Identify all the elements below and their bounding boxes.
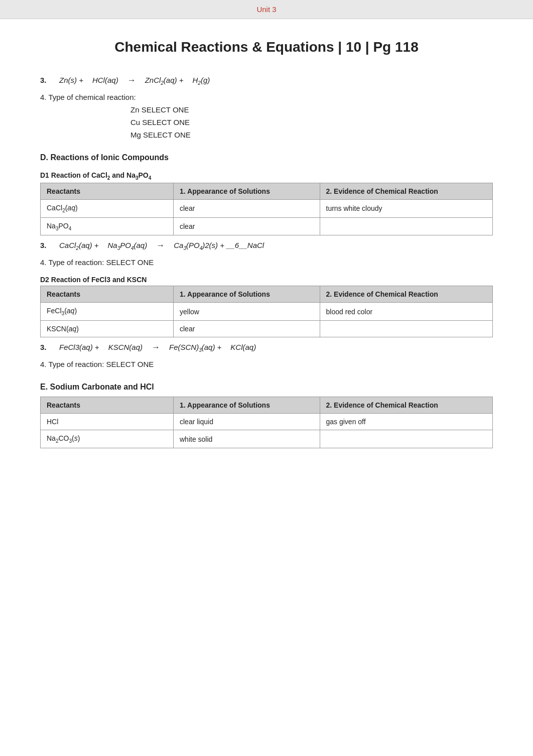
main-content: Chemical Reactions & Equations | 10 | Pg… [0, 19, 533, 483]
d2-type-reaction: 4. Type of reaction: SELECT ONE [40, 360, 493, 368]
d1-col3-header: 2. Evidence of Chemical Reaction [320, 183, 493, 199]
d2-r2-evidence [320, 321, 493, 337]
d1-type-reaction: 4. Type of reaction: SELECT ONE [40, 258, 493, 267]
d1-eq-num: 3. [40, 241, 50, 249]
unit-label: Unit 3 [256, 5, 276, 14]
d1-r2-appearance: clear [174, 217, 320, 235]
mg-select: Mg SELECT ONE [130, 131, 493, 139]
e-col1-header: Reactants [41, 397, 174, 414]
d1-r1-evidence: turns white cloudy [320, 199, 493, 217]
d2-col3-header: 2. Evidence of Chemical Reaction [320, 286, 493, 303]
e-r1-appearance: clear liquid [174, 414, 320, 430]
d1-r1-reactant: CaCl2(aq) [41, 199, 174, 217]
d2-eq-arrow: → [152, 342, 160, 352]
e-r2-reactant: Na2CO3(s) [41, 430, 174, 448]
eq3-arrow: → [127, 75, 136, 85]
d2-heading: D2 Reaction of FeCl3 and KSCN [40, 276, 493, 284]
cu-select: Cu SELECT ONE [130, 118, 493, 127]
e-r2-appearance: white solid [174, 430, 320, 448]
d1-r2-reactant: Na3PO4 [41, 217, 174, 235]
d2-col1-header: Reactants [41, 286, 174, 303]
d2-eq-p1: Fe(SCN)3(aq) + [169, 343, 221, 353]
d1-eq-arrow: → [156, 240, 165, 250]
d1-row-2: Na3PO4 clear [41, 217, 493, 235]
zn-select: Zn SELECT ONE [130, 105, 493, 114]
d2-eq-r1: FeCl3(aq) + [59, 343, 99, 351]
section-d-heading: D. Reactions of Ionic Compounds [40, 153, 493, 162]
d2-r1-appearance: yellow [174, 303, 320, 321]
mg-select-label: Mg SELECT ONE [130, 131, 191, 139]
e-r2-evidence [320, 430, 493, 448]
d1-r1-appearance: clear [174, 199, 320, 217]
d1-equation-row: 3. CaCl2(aq) + Na3PO4(aq) → Ca3(PO4)2(s)… [40, 240, 493, 251]
item4a-label: 4. Type of chemical reaction: [40, 93, 493, 101]
zn-select-label: Zn SELECT ONE [130, 105, 189, 114]
d2-row-2: KSCN(aq) clear [41, 321, 493, 337]
d2-table: Reactants 1. Appearance of Solutions 2. … [40, 286, 493, 337]
d1-eq-product: Ca3(PO4)2(s) + __6__NaCl [174, 241, 264, 251]
d1-heading: D1 Reaction of CaCl2 and Na3PO4 [40, 171, 493, 181]
eq3-product2: H2(g) [192, 76, 210, 86]
equation-3-row: 3. Zn(s) + HCl(aq) → ZnCl2(aq) + H2(g) [40, 75, 493, 86]
d2-equation-row: 3. FeCl3(aq) + KSCN(aq) → Fe(SCN)3(aq) +… [40, 342, 493, 353]
page-title: Chemical Reactions & Equations | 10 | Pg… [40, 39, 493, 55]
top-bar: Unit 3 [0, 0, 533, 19]
d2-row-1: FeCl3(aq) yellow blood red color [41, 303, 493, 321]
d2-r1-reactant: FeCl3(aq) [41, 303, 174, 321]
d1-row-1: CaCl2(aq) clear turns white cloudy [41, 199, 493, 217]
eq3-reactant2: HCl(aq) [92, 76, 118, 84]
d1-r2-evidence [320, 217, 493, 235]
cu-select-label: Cu SELECT ONE [130, 118, 190, 127]
e-col3-header: 2. Evidence of Chemical Reaction [320, 397, 493, 414]
d2-r2-appearance: clear [174, 321, 320, 337]
d1-eq-r2: Na3PO4(aq) [108, 241, 148, 251]
e-table: Reactants 1. Appearance of Solutions 2. … [40, 397, 493, 448]
d1-col2-header: 1. Appearance of Solutions [174, 183, 320, 199]
e-r1-evidence: gas given off [320, 414, 493, 430]
e-row-1: HCl clear liquid gas given off [41, 414, 493, 430]
d2-r2-reactant: KSCN(aq) [41, 321, 174, 337]
section-e-heading: E. Sodium Carbonate and HCl [40, 383, 493, 392]
d1-table: Reactants 1. Appearance of Solutions 2. … [40, 183, 493, 236]
d2-eq-r2: KSCN(aq) [108, 343, 143, 351]
d2-eq-num: 3. [40, 343, 50, 351]
d1-eq-r1: CaCl2(aq) + [59, 241, 99, 251]
eq3-product1: ZnCl2(aq) + [145, 76, 184, 86]
d2-r1-evidence: blood red color [320, 303, 493, 321]
eq3-reactant1: Zn(s) + [59, 76, 83, 84]
e-r1-reactant: HCl [41, 414, 174, 430]
e-row-2: Na2CO3(s) white solid [41, 430, 493, 448]
eq3-num: 3. [40, 76, 50, 84]
d1-col1-header: Reactants [41, 183, 174, 199]
d2-eq-p2: KCl(aq) [230, 343, 256, 351]
e-col2-header: 1. Appearance of Solutions [174, 397, 320, 414]
d2-col2-header: 1. Appearance of Solutions [174, 286, 320, 303]
